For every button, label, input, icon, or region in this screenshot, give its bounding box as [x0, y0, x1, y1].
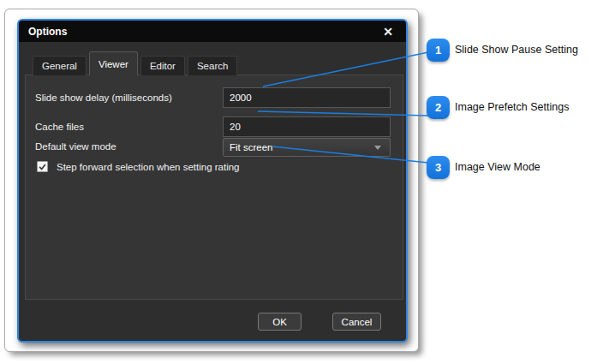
tab-general[interactable]: General — [33, 56, 87, 75]
cancel-button[interactable]: Cancel — [332, 313, 381, 331]
default-view-mode-value: Fit screen — [230, 142, 273, 152]
cache-files-label: Cache files — [35, 116, 84, 137]
step-forward-checkbox-label: Step forward selection when setting rati… — [57, 162, 240, 172]
callout-badge-3: 3 — [427, 156, 450, 179]
dialog-title: Options — [28, 26, 67, 38]
callout-badge-1: 1 — [427, 39, 450, 62]
close-icon[interactable]: ✕ — [377, 21, 399, 42]
default-view-mode-select[interactable]: Fit screen — [223, 138, 391, 157]
callout-label-2: Image Prefetch Settings — [455, 101, 569, 113]
default-view-mode-label: Default view mode — [35, 137, 116, 156]
options-dialog: Options ✕ General Viewer Editor Search S… — [17, 19, 408, 343]
tab-viewer[interactable]: Viewer — [89, 51, 138, 75]
step-forward-checkbox-row: Step forward selection when setting rati… — [37, 161, 240, 172]
step-forward-checkbox[interactable] — [37, 161, 48, 172]
chevron-down-icon — [374, 146, 381, 150]
callout-label-3: Image View Mode — [455, 161, 540, 173]
slide-show-delay-input[interactable] — [223, 87, 391, 108]
callout-label-1: Slide Show Pause Setting — [455, 44, 578, 56]
tab-editor[interactable]: Editor — [140, 56, 185, 75]
tab-bar: General Viewer Editor Search — [33, 51, 237, 75]
cache-files-input[interactable] — [223, 116, 391, 137]
slide-show-delay-label: Slide show delay (milliseconds) — [35, 87, 172, 108]
checkmark-icon — [38, 161, 47, 172]
ok-button[interactable]: OK — [258, 313, 301, 331]
viewer-tab-panel: Slide show delay (milliseconds) Cache fi… — [25, 75, 403, 300]
callout-badge-2: 2 — [427, 96, 450, 119]
tab-search[interactable]: Search — [188, 56, 237, 75]
dialog-titlebar: Options ✕ — [19, 21, 406, 42]
page: Options ✕ General Viewer Editor Search S… — [0, 0, 597, 364]
